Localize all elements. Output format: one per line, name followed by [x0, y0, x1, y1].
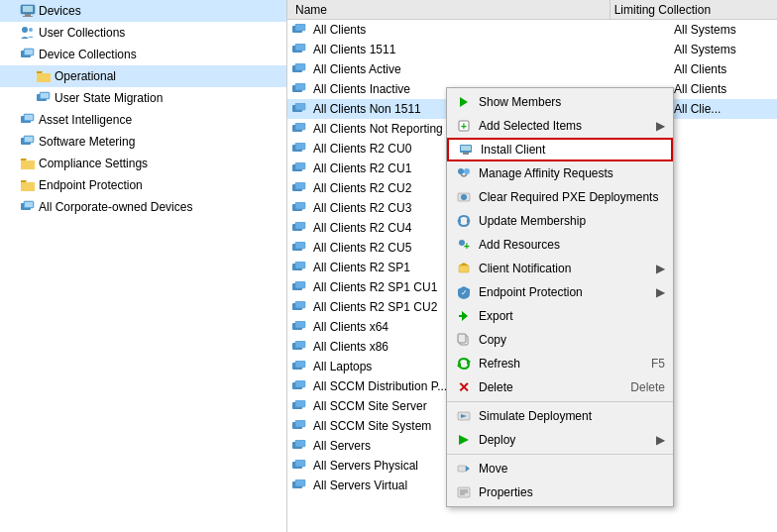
operational-folder-icon [36, 68, 52, 84]
ctx-add-selected-items[interactable]: + Add Selected Items ▶ [447, 114, 673, 138]
ctx-simulate-deployment-label: Simulate Deployment [479, 409, 665, 423]
update-membership-icon [455, 212, 473, 230]
ctx-move[interactable]: Move [447, 457, 673, 480]
ctx-simulate-deployment[interactable]: Simulate Deployment [447, 404, 673, 428]
ctx-separator-2 [447, 454, 673, 455]
sidebar-item-software-metering[interactable]: Software Metering [0, 131, 286, 153]
install-client-icon [457, 141, 475, 159]
list-item-icon [291, 478, 307, 493]
ctx-properties[interactable]: Properties [447, 480, 673, 504]
ctx-client-notification-arrow: ▶ [656, 262, 665, 275]
sidebar-label-devices: Devices [39, 4, 81, 18]
sidebar-item-asset-intelligence[interactable]: Asset Intelligence [0, 109, 286, 131]
ctx-refresh[interactable]: Refresh F5 [447, 352, 673, 375]
export-icon [455, 307, 473, 325]
svg-rect-41 [295, 182, 305, 189]
svg-rect-69 [295, 460, 305, 467]
device-collections-icon [20, 47, 36, 62]
user-state-icon [36, 90, 52, 106]
ctx-endpoint-protection-label: Endpoint Protection [479, 285, 636, 299]
svg-rect-92 [458, 334, 466, 343]
sidebar-item-operational[interactable]: Operational [0, 65, 286, 87]
sidebar-item-user-state[interactable]: User State Migration [0, 87, 286, 109]
list-item-icon [291, 378, 307, 394]
ctx-show-members[interactable]: Show Members [447, 90, 673, 114]
sidebar-label-compliance-settings: Compliance Settings [39, 157, 148, 170]
ctx-add-resources[interactable]: + Add Resources [447, 233, 673, 257]
sidebar-label-endpoint-protection: Endpoint Protection [39, 178, 143, 192]
svg-rect-43 [295, 202, 305, 209]
ctx-export-label: Export [479, 309, 665, 323]
software-metering-icon [20, 134, 36, 150]
svg-rect-29 [295, 63, 305, 70]
list-item[interactable]: All Clients 1511 All Systems [287, 40, 777, 59]
header-col2[interactable]: Limiting Collection [610, 0, 773, 19]
svg-rect-3 [23, 16, 33, 17]
svg-rect-39 [295, 162, 305, 169]
sidebar-label-user-state: User State Migration [55, 91, 163, 105]
ctx-move-label: Move [479, 462, 665, 476]
svg-rect-71 [295, 479, 305, 486]
ctx-deploy[interactable]: Deploy ▶ [447, 428, 673, 452]
svg-rect-8 [25, 50, 33, 54]
list-item-icon [291, 101, 307, 117]
sidebar-item-endpoint-protection[interactable]: Endpoint Protection [0, 174, 286, 196]
ctx-delete[interactable]: ✕ Delete Delete [447, 375, 673, 399]
compliance-folder-icon [20, 156, 36, 171]
svg-rect-27 [295, 44, 305, 51]
add-resources-icon: + [455, 236, 473, 254]
list-item-icon [291, 299, 307, 315]
svg-rect-31 [295, 83, 305, 90]
ctx-clear-pxe[interactable]: Clear Required PXE Deployments [447, 185, 673, 209]
svg-rect-23 [25, 202, 33, 207]
context-menu: Show Members + Add Selected Items ▶ Inst… [446, 87, 674, 507]
manage-affinity-icon [455, 164, 473, 182]
svg-rect-90 [459, 315, 464, 317]
ctx-copy[interactable]: Copy [447, 328, 673, 352]
ctx-properties-label: Properties [479, 485, 665, 499]
device-icon [20, 3, 36, 19]
svg-rect-25 [295, 24, 305, 31]
sidebar-item-user-collections[interactable]: User Collections [0, 22, 286, 44]
header-name[interactable]: Name [291, 0, 610, 19]
list-item-icon [291, 240, 307, 256]
sidebar-item-compliance-settings[interactable]: Compliance Settings [0, 153, 286, 174]
svg-point-79 [464, 168, 470, 174]
ctx-add-selected-items-label: Add Selected Items [479, 119, 636, 133]
svg-rect-20 [21, 182, 35, 191]
ctx-update-membership[interactable]: Update Membership [447, 209, 673, 233]
list-item-icon [291, 458, 307, 474]
svg-rect-19 [21, 160, 35, 169]
ctx-install-client[interactable]: Install Client [447, 138, 673, 161]
list-item-icon [291, 121, 307, 137]
list-item-icon [291, 220, 307, 236]
ctx-export[interactable]: Export [447, 304, 673, 328]
endpoint-folder-icon [20, 177, 36, 193]
list-item-icon [291, 359, 307, 374]
sidebar-item-all-corporate[interactable]: All Corporate-owned Devices [0, 196, 286, 218]
ctx-endpoint-protection[interactable]: ✓ Endpoint Protection ▶ [447, 280, 673, 304]
list-item-icon [291, 22, 307, 38]
sidebar-item-device-collections[interactable]: Device Collections [0, 44, 286, 65]
list-item[interactable]: All Clients All Systems [287, 20, 777, 40]
ctx-client-notification[interactable]: Client Notification ▶ [447, 257, 673, 280]
svg-rect-57 [295, 341, 305, 348]
ctx-refresh-label: Refresh [479, 357, 631, 371]
ctx-endpoint-protection-arrow: ▶ [656, 285, 665, 299]
show-members-icon [455, 93, 473, 111]
endpoint-protection-icon: ✓ [455, 283, 473, 301]
svg-rect-59 [295, 361, 305, 368]
list-item[interactable]: All Clients Active All Clients [287, 59, 777, 79]
svg-marker-99 [466, 466, 470, 472]
list-item-icon [291, 141, 307, 157]
all-corporate-icon [20, 199, 36, 215]
list-header: Name Limiting Collection [287, 0, 777, 20]
svg-point-4 [22, 27, 28, 33]
ctx-manage-affinity[interactable]: Manage Affinity Requests [447, 161, 673, 185]
sidebar-item-devices[interactable]: Devices [0, 0, 286, 22]
copy-icon [455, 331, 473, 349]
sidebar-label-device-collections: Device Collections [39, 48, 137, 61]
list-item-icon [291, 339, 307, 355]
svg-marker-97 [459, 435, 469, 445]
svg-rect-98 [458, 466, 466, 472]
